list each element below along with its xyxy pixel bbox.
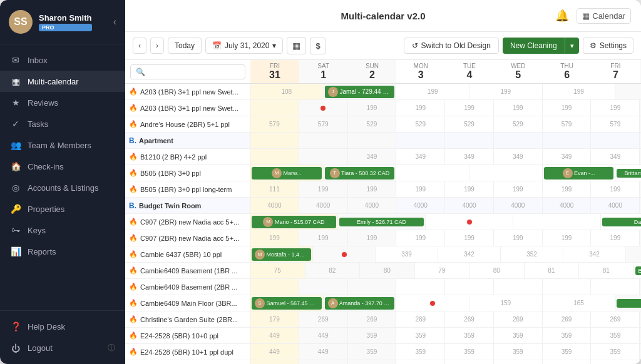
calendar-cell[interactable]: M Marw...	[250, 165, 324, 181]
calendar-cell[interactable]: 359	[396, 328, 445, 343]
booking-bar[interactable]: S Samuel - 567.45 CAD	[252, 297, 322, 310]
calendar-cell[interactable]: Bryan - 1,979.77 CAD	[634, 263, 642, 278]
calendar-cell[interactable]	[494, 279, 543, 295]
calendar-cell[interactable]: 269	[591, 311, 640, 327]
calendar-cell[interactable]: 199	[543, 84, 616, 99]
calendar-cell[interactable]: Davee...	[601, 214, 641, 230]
calendar-cell[interactable]: 148	[396, 360, 445, 364]
notification-bell-button[interactable]: 🔔	[553, 6, 572, 25]
calendar-cell[interactable]: 179	[250, 311, 299, 327]
calendar-cell[interactable]: 449	[299, 344, 348, 360]
calendar-cell[interactable]: 349	[445, 149, 494, 164]
calendar-cell[interactable]: 359	[396, 344, 445, 360]
calendar-cell[interactable]	[396, 165, 469, 181]
calendar-cell[interactable]	[626, 246, 641, 262]
calendar-cell[interactable]: A Amanda - 397.70 CAD	[324, 295, 397, 311]
calendar-cell[interactable]	[313, 246, 376, 262]
calendar-cell[interactable]: 4000	[348, 198, 397, 213]
calendar-cell[interactable]: 199	[591, 100, 640, 116]
calendar-cell[interactable]: 529	[348, 116, 397, 132]
calendar-cell[interactable]: 199	[396, 100, 445, 116]
calendar-cell[interactable]: 4000	[250, 198, 299, 213]
calendar-cell[interactable]: 165	[543, 295, 616, 311]
calendar-cell[interactable]: 81	[525, 263, 580, 278]
calendar-cell[interactable]: 199	[348, 181, 397, 197]
calendar-cell[interactable]: 359	[543, 344, 592, 360]
calendar-cell[interactable]: 148	[348, 360, 397, 364]
grid-view-button[interactable]: ▦	[287, 37, 306, 54]
booking-bar[interactable]: M Marw...	[252, 167, 322, 179]
sidebar-item-tasks[interactable]: ✓ Tasks	[0, 113, 125, 134]
calendar-cell[interactable]: 199	[591, 230, 640, 246]
calendar-cell[interactable]: 269	[396, 311, 445, 327]
calendar-cell[interactable]: 579	[591, 116, 640, 132]
calendar-cell[interactable]: 352	[501, 246, 563, 262]
calendar-cell[interactable]: 349	[543, 149, 592, 164]
calendar-cell[interactable]	[299, 100, 348, 116]
calendar-cell[interactable]: 199	[543, 181, 592, 197]
calendar-cell[interactable]: 199	[494, 230, 543, 246]
calendar-cell[interactable]: 529	[445, 116, 494, 132]
booking-bar[interactable]: A Amanda - 397.70 CAD	[325, 297, 395, 310]
calendar-cell[interactable]	[348, 279, 397, 295]
calendar-cell[interactable]: 199	[494, 181, 543, 197]
calendar-cell[interactable]: 159	[591, 360, 640, 364]
prev-button[interactable]: ‹	[133, 38, 146, 54]
booking-bar[interactable]: E Evan -...	[544, 167, 614, 179]
calendar-cell[interactable]: T Tiara - 500.32 CAD	[324, 165, 397, 181]
calendar-cell[interactable]: 159	[469, 295, 543, 311]
calendar-cell[interactable]: 199	[591, 181, 640, 197]
sidebar-item-helpdesk[interactable]: ❓ Help Desk	[0, 316, 125, 337]
calendar-cell[interactable]: 579	[250, 116, 299, 132]
calendar-cell[interactable]: 199	[615, 84, 641, 99]
booking-bar[interactable]: M Mario - 515.07 CAD	[252, 216, 336, 228]
sidebar-item-multicalendar[interactable]: ▦ Multi-calendar	[0, 71, 125, 92]
calendar-cell[interactable]	[348, 133, 397, 148]
calendar-cell[interactable]: 108	[250, 84, 324, 99]
calendar-cell[interactable]: 150	[299, 360, 348, 364]
sidebar-collapse-button[interactable]: ‹	[113, 16, 116, 28]
calendar-cell[interactable]: 269	[348, 311, 397, 327]
calendar-cell[interactable]: 359	[348, 344, 397, 360]
sidebar-item-logout[interactable]: ⏻ Logout ⓘ	[0, 337, 125, 359]
calendar-cell[interactable]	[250, 133, 299, 148]
calendar-cell[interactable]: 449	[299, 328, 348, 343]
calendar-cell[interactable]	[591, 279, 640, 295]
next-button[interactable]: ›	[150, 38, 164, 54]
sidebar-item-reports[interactable]: 📊 Reports	[0, 241, 125, 262]
calendar-cell[interactable]: 359	[543, 328, 592, 343]
calendar-view-button[interactable]: ▦ Calendar	[577, 8, 631, 24]
sidebar-item-keys[interactable]: 🗝 Keys	[0, 220, 125, 241]
booking-bar[interactable]: Doug...	[617, 299, 641, 308]
calendar-cell[interactable]: 349	[591, 149, 640, 164]
booking-bar[interactable]: Davee...	[602, 218, 641, 226]
calendar-cell[interactable]: 199	[445, 100, 494, 116]
booking-bar[interactable]: Brittany - 389.46 CAD	[617, 169, 641, 178]
settings-button[interactable]: ⚙ Settings	[583, 38, 633, 54]
calendar-cell[interactable]: 529	[494, 116, 543, 132]
switch-old-design-button[interactable]: ↺ Switch to Old Design	[404, 38, 499, 54]
calendar-cell[interactable]: Emily - 526.71 CAD	[338, 214, 426, 230]
calendar-cell[interactable]: 269	[494, 311, 543, 327]
calendar-cell[interactable]: 4000	[445, 198, 494, 213]
calendar-cell[interactable]: S Samuel - 567.45 CAD	[250, 295, 324, 311]
new-cleaning-dropdown-button[interactable]: ▾	[565, 38, 579, 54]
calendar-cell[interactable]: 111	[250, 181, 299, 197]
calendar-cell[interactable]: 449	[250, 328, 299, 343]
calendar-cell[interactable]: 359	[494, 344, 543, 360]
calendar-cell[interactable]: 269	[543, 311, 592, 327]
calendar-cell[interactable]: 4000	[299, 198, 348, 213]
calendar-cell[interactable]: 4000	[591, 198, 640, 213]
calendar-cell[interactable]: 269	[445, 311, 494, 327]
calendar-cell[interactable]	[445, 279, 494, 295]
calendar-cell[interactable]: 199	[348, 100, 397, 116]
calendar-cell[interactable]: E Evan -...	[543, 165, 616, 181]
calendar-cell[interactable]: 199	[445, 181, 494, 197]
calendar-cell[interactable]	[250, 100, 299, 116]
calendar-cell[interactable]: 199	[543, 100, 592, 116]
booking-bar[interactable]: Emily - 526.71 CAD	[339, 218, 424, 226]
calendar-cell[interactable]: 199	[299, 181, 348, 197]
calendar-cell[interactable]: 359	[591, 328, 640, 343]
calendar-cell[interactable]	[299, 133, 348, 148]
booking-bar[interactable]: M Mostafa - 1,402.62 CAD	[252, 248, 311, 261]
